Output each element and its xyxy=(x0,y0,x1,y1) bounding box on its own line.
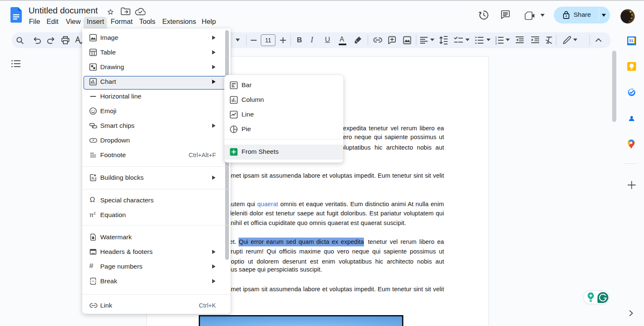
svg-text:31: 31 xyxy=(629,38,634,43)
